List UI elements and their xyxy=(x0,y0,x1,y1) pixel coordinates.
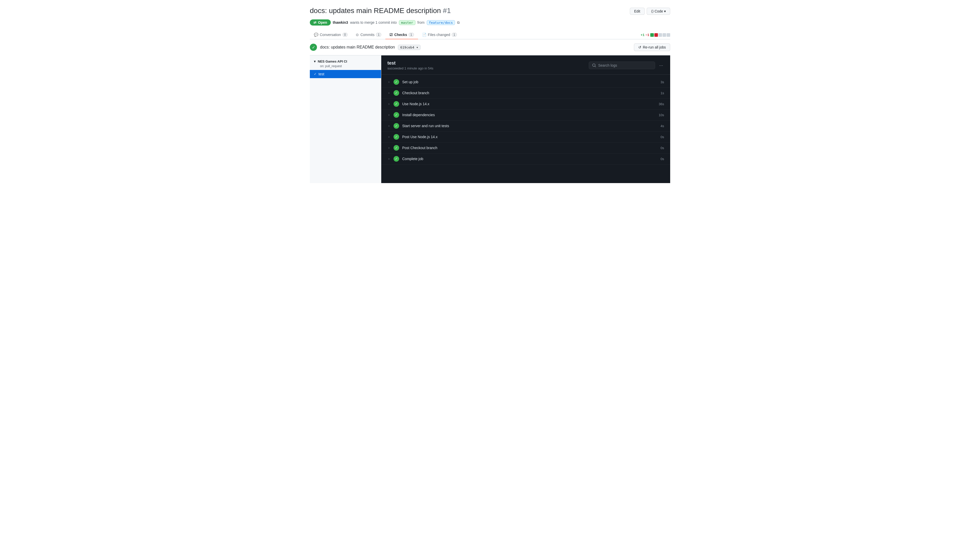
step-item[interactable]: › ✓ Install dependencies 10s xyxy=(381,110,670,121)
commit-hash-chevron: ▾ xyxy=(416,45,418,49)
tab-checks-label: Checks xyxy=(394,33,407,37)
search-icon xyxy=(592,63,596,67)
pr-tabs: 💬 Conversation 0 ⊙ Commits 1 ☑ Checks 1 … xyxy=(310,30,670,39)
step-chevron-icon: › xyxy=(387,102,390,106)
checks-sidebar: ▾ NES Games API CI on: pull_request ✓ te… xyxy=(310,56,381,183)
conversation-icon: 💬 xyxy=(314,33,318,37)
edit-button[interactable]: Edit xyxy=(630,8,645,15)
tab-files-label: Files changed xyxy=(428,33,450,37)
step-chevron-icon: › xyxy=(387,157,390,161)
step-left: › ✓ Set up job xyxy=(387,79,418,85)
tab-commits-label: Commits xyxy=(360,33,374,37)
step-success-icon: ✓ xyxy=(393,90,399,96)
step-name: Install dependencies xyxy=(402,113,435,117)
step-name: Post Checkout branch xyxy=(402,146,438,150)
checks-commit-header: ✓ docs: updates main README description … xyxy=(310,39,670,56)
step-success-icon: ✓ xyxy=(393,112,399,118)
step-list: › ✓ Set up job 3s › ✓ Checkout branch 1s… xyxy=(381,75,670,166)
checks-panel: test succeeded 1 minute ago in 54s ··· › xyxy=(381,56,670,183)
pr-status-badge: ⇄ Open xyxy=(310,19,331,26)
diff-block-4 xyxy=(662,33,666,37)
pr-status-icon: ⇄ xyxy=(313,21,317,24)
pr-number: #1 xyxy=(443,6,451,14)
pr-status-text: Open xyxy=(318,21,327,24)
tab-conversation-label: Conversation xyxy=(320,33,341,37)
checks-title-row: ✓ docs: updates main README description … xyxy=(310,44,421,51)
step-chevron-icon: › xyxy=(387,135,390,139)
step-left: › ✓ Complete job xyxy=(387,156,423,162)
rerun-all-jobs-button[interactable]: ↺ Re-run all jobs xyxy=(634,43,670,51)
search-logs-container[interactable] xyxy=(589,62,655,69)
pr-base-branch[interactable]: master xyxy=(399,20,415,25)
diff-block-5 xyxy=(667,33,670,37)
tab-checks-count: 1 xyxy=(409,33,414,37)
step-duration: 0s xyxy=(660,157,664,161)
step-item[interactable]: › ✓ Post Use Node.js 14.x 0s xyxy=(381,131,670,142)
pr-merge-text: wants to merge 1 commit into xyxy=(350,21,397,24)
panel-subtitle: succeeded 1 minute ago in 54s xyxy=(387,66,433,70)
step-name: Start server and run unit tests xyxy=(402,124,449,128)
step-left: › ✓ Use Node.js 14.x xyxy=(387,101,430,107)
job-check-icon: ✓ xyxy=(314,72,317,76)
checks-icon: ☑ xyxy=(390,33,393,37)
step-chevron-icon: › xyxy=(387,80,390,84)
commit-hash-dropdown[interactable]: 619ceb4 ▾ xyxy=(398,45,420,50)
tab-conversation[interactable]: 💬 Conversation 0 xyxy=(310,30,352,39)
diff-block-3 xyxy=(659,33,662,37)
copy-branch-icon[interactable]: ⧉ xyxy=(457,21,460,25)
step-left: › ✓ Checkout branch xyxy=(387,90,429,96)
search-logs-input[interactable] xyxy=(598,63,652,67)
step-duration: 3s xyxy=(660,80,664,84)
workflow-name: NES Games API CI xyxy=(318,59,347,63)
step-item[interactable]: › ✓ Use Node.js 14.x 36s xyxy=(381,99,670,110)
step-item[interactable]: › ✓ Post Checkout branch 0s xyxy=(381,142,670,153)
pr-author[interactable]: thawkin3 xyxy=(333,21,348,24)
checks-commit-title: docs: updates main README description xyxy=(320,45,395,49)
step-name: Checkout branch xyxy=(402,91,429,95)
diff-additions: +1 xyxy=(641,33,644,37)
step-left: › ✓ Post Use Node.js 14.x xyxy=(387,134,438,140)
sidebar-item-test[interactable]: ✓ test xyxy=(310,70,381,78)
step-item[interactable]: › ✓ Complete job 0s xyxy=(381,153,670,164)
files-icon: 📄 xyxy=(422,33,426,37)
step-duration: 0s xyxy=(660,135,664,139)
workflow-chevron: ▾ xyxy=(314,59,316,63)
step-chevron-icon: › xyxy=(387,113,390,117)
pr-from-text: from xyxy=(417,21,425,24)
step-success-icon: ✓ xyxy=(393,156,399,162)
step-name: Complete job xyxy=(402,157,423,161)
tab-checks[interactable]: ☑ Checks 1 xyxy=(385,30,418,39)
code-button[interactable]: ⟨⟩ Code ▾ xyxy=(647,8,670,15)
tab-commits[interactable]: ⊙ Commits 1 xyxy=(352,30,385,39)
step-left: › ✓ Install dependencies xyxy=(387,112,435,118)
panel-header: test succeeded 1 minute ago in 54s ··· xyxy=(381,56,670,75)
step-duration: 36s xyxy=(659,102,664,106)
diff-blocks xyxy=(650,33,670,37)
step-duration: 4s xyxy=(660,124,664,128)
step-item[interactable]: › ✓ Set up job 3s xyxy=(381,77,670,88)
commit-hash-text: 619ceb4 xyxy=(400,45,414,49)
diff-stats: +1 −1 xyxy=(641,33,670,37)
step-name: Use Node.js 14.x xyxy=(402,102,430,106)
rerun-label: Re-run all jobs xyxy=(643,45,666,49)
workflow-trigger: on: pull_request xyxy=(314,64,377,68)
step-chevron-icon: › xyxy=(387,124,390,128)
more-options-icon[interactable]: ··· xyxy=(658,62,664,69)
diff-block-1 xyxy=(650,33,654,37)
check-status-icon: ✓ xyxy=(310,44,317,51)
pr-head-branch[interactable]: feature/docs xyxy=(427,20,455,25)
workflow-header[interactable]: ▾ NES Games API CI xyxy=(314,59,377,63)
step-success-icon: ✓ xyxy=(393,145,399,151)
tab-files[interactable]: 📄 Files changed 1 xyxy=(418,30,461,39)
step-duration: 0s xyxy=(660,146,664,150)
step-name: Set up job xyxy=(402,80,418,84)
panel-title-group: test succeeded 1 minute ago in 54s xyxy=(387,61,433,70)
step-left: › ✓ Start server and run unit tests xyxy=(387,123,449,129)
step-item[interactable]: › ✓ Checkout branch 1s xyxy=(381,88,670,99)
step-item[interactable]: › ✓ Start server and run unit tests 4s xyxy=(381,121,670,131)
diff-deletions: −1 xyxy=(646,33,649,37)
commits-icon: ⊙ xyxy=(356,33,359,37)
pr-meta: ⇄ Open thawkin3 wants to merge 1 commit … xyxy=(310,19,670,26)
tab-commits-count: 1 xyxy=(376,33,381,37)
pr-title-text: docs: updates main README description xyxy=(310,6,441,14)
